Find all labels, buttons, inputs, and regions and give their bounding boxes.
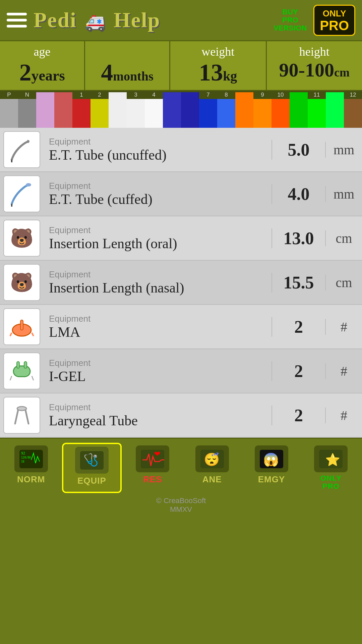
equip-value-0: 5.0 [272,140,325,160]
color-segment-12[interactable]: 8 [217,91,235,128]
color-segment-15[interactable]: 10 [272,91,290,128]
equip-value-4: 2 [272,317,325,337]
equip-row-0[interactable]: Equipment E.T. Tube (uncuffed) 5.0 mm [0,128,362,172]
color-segment-11[interactable]: 7 [199,91,217,128]
color-segment-8[interactable]: 4 [145,91,163,128]
color-segment-19[interactable]: 12 [344,91,362,128]
equip-row-6[interactable]: Equipment Laryngeal Tube 2 # [0,393,362,438]
equip-row-1[interactable]: Equipment E.T. Tube (cuffed) 4.0 mm [0,172,362,216]
color-segment-13[interactable] [235,91,253,128]
nav-icon-norm: 92 120/80 18 [14,445,48,472]
equip-value-6: 2 [272,406,325,425]
color-segment-3[interactable] [54,91,72,128]
color-segment-17[interactable]: 11 [308,91,326,128]
equip-name-6: Laryngeal Tube [49,413,266,429]
svg-text:😴: 😴 [204,452,220,467]
color-segment-1[interactable]: N [18,91,36,128]
equip-icon-0 [3,131,40,168]
equip-row-4[interactable]: Equipment LMA 2 # [0,305,362,349]
app-logo: Pedi 🚑 Help [34,8,267,33]
stats-row: age 2years age 4months weight 13kg heigh… [0,40,362,91]
nav-label-equip: EQUIP [77,476,106,486]
equip-info-0: Equipment E.T. Tube (uncuffed) [44,134,272,166]
buy-pro-text: BUY PRO VERSION [274,8,307,33]
color-segment-4[interactable]: 1 [72,91,90,128]
nav-icon-ane: 😴 [195,445,229,472]
equip-info-5: Equipment I-GEL [44,355,272,387]
nav-label-ane: ANE [202,474,222,485]
nav-item-only-pro[interactable]: ⭐ ONLYPRO [303,443,359,493]
age-months-cell[interactable]: age 4months [85,41,169,90]
nav-label-emgy: EMGY [258,474,285,485]
nav-label-res: RES [143,474,162,485]
equip-info-2: Equipment Insertion Length (oral) [44,222,272,254]
color-segment-18[interactable] [326,91,344,128]
equip-unit-6: # [325,408,362,423]
equip-unit-0: mm [325,142,362,158]
menu-button[interactable] [7,13,27,28]
pro-section[interactable]: BUY PRO VERSION [274,8,307,33]
color-segment-7[interactable]: 3 [127,91,145,128]
color-segment-9[interactable] [163,91,181,128]
only-pro-badge[interactable]: ONLY PRO [313,5,355,36]
color-segment-0[interactable]: P [0,91,18,128]
equip-unit-3: cm [325,275,362,290]
equip-info-6: Equipment Laryngeal Tube [44,399,272,431]
nav-label-only-pro: ONLYPRO [320,474,342,490]
nav-item-res[interactable]: ❤ RES [124,443,181,493]
equip-category-5: Equipment [49,358,266,368]
equip-name-0: E.T. Tube (uncuffed) [49,147,266,163]
equip-category-4: Equipment [49,314,266,324]
equip-name-4: LMA [49,324,266,340]
color-segment-2[interactable] [36,91,54,128]
nav-icon-equip: 🩺 [75,447,109,474]
app-header: Pedi 🚑 Help BUY PRO VERSION ONLY PRO [0,0,362,40]
svg-text:92: 92 [21,451,25,455]
equip-value-5: 2 [272,361,325,381]
equip-category-6: Equipment [49,402,266,413]
equip-name-3: Insertion Length (nasal) [49,280,266,296]
equip-unit-2: cm [325,230,362,246]
color-segment-6[interactable] [109,91,127,128]
age-years-cell[interactable]: age 2years [0,41,85,90]
equip-row-2[interactable]: 🐻 Equipment Insertion Length (oral) 13.0… [0,216,362,261]
weight-cell[interactable]: weight 13kg [170,41,267,90]
equip-category-0: Equipment [49,137,266,147]
svg-rect-4 [20,320,23,330]
bottom-nav: 92 120/80 18 NORM 🩺 EQUIP ❤ RES 😴 [0,438,362,494]
color-segment-10[interactable] [181,91,199,128]
equip-icon-4 [3,308,40,345]
color-segment-16[interactable] [290,91,308,128]
svg-text:❤: ❤ [154,450,160,458]
svg-text:⭐: ⭐ [325,452,340,467]
equip-row-5[interactable]: Equipment I-GEL 2 # [0,349,362,393]
age-cell[interactable]: age 2years age 4months [0,41,170,90]
svg-line-10 [10,376,12,380]
equip-name-1: E.T. Tube (cuffed) [49,191,266,207]
equip-category-2: Equipment [49,225,266,235]
nav-item-emgy[interactable]: 😱 EMGY [243,443,300,493]
nav-item-norm[interactable]: 92 120/80 18 NORM [3,443,59,493]
equip-value-3: 15.5 [272,273,325,292]
nav-item-ane[interactable]: 😴 ANE [184,443,240,493]
equip-icon-3: 🐻 [3,264,40,301]
equipment-table: Equipment E.T. Tube (uncuffed) 5.0 mm Eq… [0,128,362,438]
nav-icon-only-pro: ⭐ [314,445,348,472]
color-bar[interactable]: PN1234789101112 [0,91,362,128]
svg-rect-8 [17,362,19,368]
nav-item-equip[interactable]: 🩺 EQUIP [62,443,121,493]
equip-info-3: Equipment Insertion Length (nasal) [44,267,272,299]
equip-name-2: Insertion Length (oral) [49,235,266,252]
svg-text:😱: 😱 [263,452,279,467]
equip-row-3[interactable]: 🐻 Equipment Insertion Length (nasal) 15.… [0,261,362,305]
color-segment-5[interactable]: 2 [90,91,109,128]
svg-rect-9 [24,362,27,368]
height-cell[interactable]: height 90-100cm [267,41,362,90]
equip-icon-2: 🐻 [3,220,40,257]
svg-point-1 [26,183,31,186]
color-segment-14[interactable]: 9 [253,91,272,128]
equip-name-5: I-GEL [49,368,266,384]
equip-unit-5: # [325,363,362,379]
nav-icon-res: ❤ [136,445,169,472]
equip-value-1: 4.0 [272,184,325,204]
